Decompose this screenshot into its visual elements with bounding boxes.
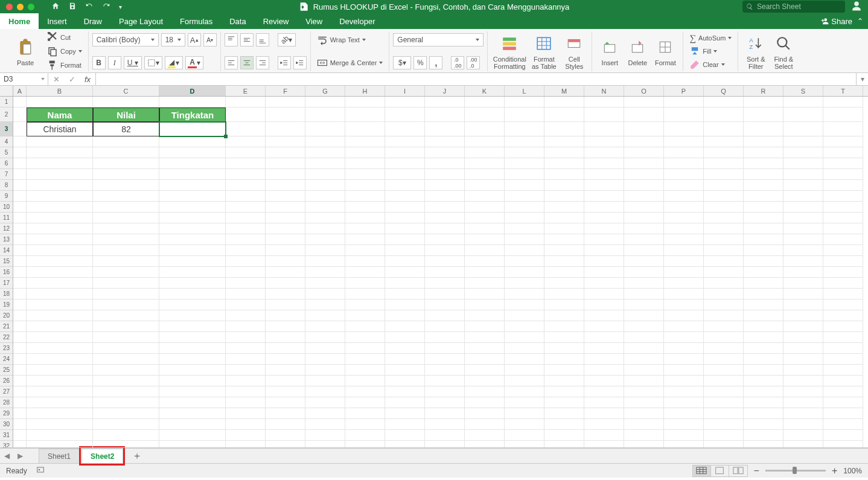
cell[interactable] — [823, 136, 863, 147]
copy-button[interactable]: Copy — [45, 45, 85, 58]
cell[interactable] — [345, 289, 385, 299]
cell[interactable] — [385, 122, 425, 136]
cell[interactable] — [266, 299, 305, 310]
cell[interactable] — [584, 419, 624, 430]
cell[interactable] — [385, 419, 425, 430]
column-header[interactable]: G — [305, 86, 345, 96]
cell[interactable] — [505, 191, 544, 202]
cell[interactable] — [385, 180, 425, 191]
cell[interactable] — [159, 310, 226, 321]
cell[interactable] — [664, 376, 704, 386]
cell[interactable] — [505, 310, 544, 321]
cell[interactable] — [584, 136, 624, 147]
cell[interactable] — [159, 223, 226, 234]
cell[interactable] — [93, 97, 159, 107]
cell[interactable] — [266, 278, 305, 289]
cell[interactable] — [624, 408, 664, 419]
cell[interactable] — [27, 202, 93, 213]
cell[interactable] — [584, 169, 624, 180]
cell[interactable] — [744, 343, 783, 354]
cell[interactable] — [704, 419, 744, 430]
cell[interactable] — [744, 234, 783, 245]
cell[interactable] — [744, 245, 783, 256]
cell[interactable] — [425, 419, 465, 430]
zoom-in-button[interactable]: + — [832, 466, 837, 476]
cell[interactable] — [624, 147, 664, 158]
customize-qat-icon[interactable]: ▾ — [119, 4, 122, 10]
cell[interactable] — [465, 136, 505, 147]
cell[interactable] — [159, 234, 226, 245]
cell[interactable] — [345, 310, 385, 321]
cell[interactable] — [27, 408, 93, 419]
cell[interactable] — [305, 386, 345, 397]
row-header[interactable]: 22 — [0, 332, 13, 343]
cell[interactable] — [93, 267, 159, 278]
cell[interactable] — [226, 408, 266, 419]
cell[interactable] — [465, 223, 505, 234]
row-header[interactable]: 14 — [0, 245, 13, 256]
cell[interactable] — [584, 213, 624, 223]
format-as-table-button[interactable]: Format as Table — [528, 31, 560, 71]
cell[interactable] — [266, 321, 305, 332]
tab-data[interactable]: Data — [221, 13, 254, 29]
cell[interactable] — [13, 191, 27, 202]
fill-button[interactable]: Fill — [687, 45, 734, 58]
cell[interactable] — [704, 223, 744, 234]
cell[interactable] — [266, 180, 305, 191]
cell[interactable] — [544, 245, 584, 256]
cell[interactable] — [664, 223, 704, 234]
cell[interactable] — [226, 267, 266, 278]
cell[interactable] — [13, 376, 27, 386]
cell[interactable] — [13, 354, 27, 365]
cell[interactable] — [783, 397, 823, 408]
cell[interactable] — [744, 397, 783, 408]
cell[interactable] — [27, 147, 93, 158]
cell[interactable] — [664, 289, 704, 299]
cell-styles-button[interactable]: Cell Styles — [560, 31, 588, 71]
cell[interactable] — [93, 354, 159, 365]
cell[interactable] — [544, 122, 584, 136]
cell[interactable] — [345, 354, 385, 365]
cell[interactable] — [385, 321, 425, 332]
row-header[interactable]: 32 — [0, 441, 13, 448]
cell[interactable] — [704, 278, 744, 289]
cell[interactable] — [13, 419, 27, 430]
column-header[interactable]: I — [385, 86, 425, 96]
cell[interactable] — [13, 136, 27, 147]
cell[interactable] — [664, 408, 704, 419]
cell[interactable] — [783, 97, 823, 107]
cell[interactable] — [266, 386, 305, 397]
cell[interactable] — [345, 376, 385, 386]
format-painter-button[interactable]: Format — [45, 59, 85, 72]
cell[interactable] — [823, 332, 863, 343]
cell[interactable] — [783, 289, 823, 299]
cell[interactable] — [345, 343, 385, 354]
cell[interactable] — [584, 354, 624, 365]
cell[interactable] — [93, 332, 159, 343]
cell[interactable] — [27, 234, 93, 245]
sheet-nav-prev[interactable]: ◀ — [0, 449, 13, 462]
cell[interactable] — [385, 397, 425, 408]
cell[interactable] — [93, 213, 159, 223]
cell[interactable] — [93, 147, 159, 158]
cell[interactable] — [783, 158, 823, 169]
cell[interactable] — [505, 376, 544, 386]
cell[interactable] — [465, 441, 505, 448]
row-header[interactable]: 3 — [0, 122, 13, 136]
cell[interactable] — [345, 386, 385, 397]
cell[interactable] — [345, 169, 385, 180]
cell[interactable] — [425, 158, 465, 169]
cell[interactable] — [544, 223, 584, 234]
cell[interactable] — [345, 397, 385, 408]
cell[interactable] — [159, 332, 226, 343]
row-header[interactable]: 25 — [0, 365, 13, 376]
decrease-decimal-button[interactable]: .00.0 — [467, 56, 480, 69]
cell[interactable] — [584, 202, 624, 213]
home-icon[interactable] — [51, 2, 60, 12]
cell[interactable] — [266, 223, 305, 234]
cell[interactable] — [159, 376, 226, 386]
cell[interactable] — [744, 147, 783, 158]
cell[interactable] — [13, 213, 27, 223]
cell[interactable] — [544, 158, 584, 169]
cell[interactable] — [93, 419, 159, 430]
